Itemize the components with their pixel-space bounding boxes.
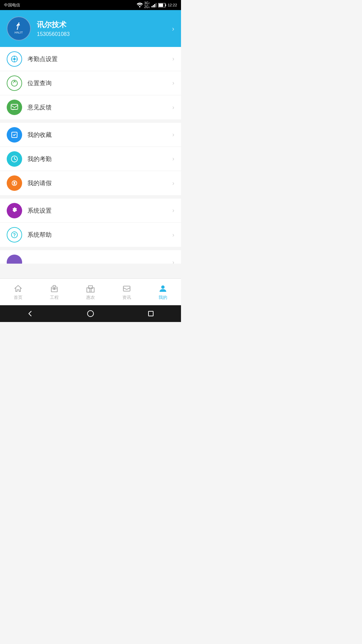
attendance-point-icon [7, 51, 22, 67]
svg-point-19 [14, 236, 15, 237]
menu-item-feedback[interactable]: 意见反馈 › [0, 95, 181, 119]
system-help-label: 系统帮助 [27, 231, 172, 239]
menu-item-my-leave[interactable]: 我的请假 › [0, 171, 181, 195]
my-favorites-arrow: › [172, 131, 174, 138]
partial-icon [7, 255, 22, 264]
signal-label: 3G↑2G↓ [144, 1, 150, 9]
huinong-tab-label: 惠农 [86, 294, 95, 301]
svg-rect-15 [11, 104, 18, 109]
menu-partial-section: › [0, 250, 181, 264]
menu-item-my-favorites[interactable]: 我的收藏 › [0, 123, 181, 147]
home-tab-label: 首页 [14, 294, 22, 301]
svg-point-29 [87, 311, 94, 317]
location-query-arrow: › [172, 79, 174, 87]
status-bar: 中国电信 3G↑2G↓ 12:22 [0, 0, 181, 10]
back-button[interactable] [24, 308, 36, 320]
feedback-icon [7, 100, 22, 115]
logo-sub: HNJT [15, 31, 23, 34]
svg-point-28 [161, 285, 165, 289]
tab-bar: 首页 工程 惠农 [0, 278, 181, 305]
menu-item-location-query[interactable]: 位置查询 › [0, 71, 181, 95]
mine-tab-icon [158, 284, 168, 293]
svg-point-18 [11, 232, 17, 238]
system-settings-icon [7, 203, 22, 218]
my-attendance-label: 我的考勤 [27, 155, 172, 163]
news-tab-icon [122, 284, 131, 293]
home-tab-icon [13, 284, 23, 293]
attendance-point-arrow: › [172, 55, 174, 62]
header-chevron-icon: › [172, 25, 174, 33]
project-tab-icon [50, 284, 59, 293]
logo-top: 忄 [15, 23, 22, 30]
avatar: 忄 HNJT [7, 16, 31, 41]
system-settings-label: 系统设置 [27, 207, 172, 215]
svg-rect-3 [154, 4, 155, 7]
svg-rect-30 [148, 311, 153, 316]
company-name: 讯尔技术 [37, 20, 172, 30]
tab-home[interactable]: 首页 [0, 279, 36, 305]
huinong-tab-icon [86, 284, 95, 293]
nav-bar [0, 305, 181, 322]
phone-number: 15305601083 [37, 31, 172, 37]
feedback-label: 意见反馈 [27, 103, 172, 111]
svg-point-13 [14, 58, 15, 60]
tab-huinong[interactable]: 惠农 [72, 279, 109, 305]
menu-group-1: 考勤点设置 › 位置查询 › 意见反馈 › [0, 47, 181, 119]
my-leave-icon [7, 175, 22, 191]
menu-item-attendance-point[interactable]: 考勤点设置 › [0, 47, 181, 71]
my-attendance-arrow: › [172, 155, 174, 162]
project-tab-label: 工程 [50, 294, 59, 301]
system-help-icon [7, 227, 22, 243]
svg-point-0 [139, 6, 140, 7]
news-tab-label: 资讯 [122, 294, 131, 301]
home-button[interactable] [84, 308, 97, 320]
menu-group-3: 系统设置 › 系统帮助 › [0, 199, 181, 247]
system-help-arrow: › [172, 231, 174, 238]
menu-item-system-settings[interactable]: 系统设置 › [0, 199, 181, 223]
feedback-arrow: › [172, 104, 174, 111]
signal-bars-icon [152, 3, 157, 7]
carrier-label: 中国电信 [4, 2, 20, 8]
location-query-icon [7, 75, 22, 91]
menu-group-2: 我的收藏 › 我的考勤 › 我的请假 › [0, 123, 181, 195]
svg-rect-7 [166, 4, 166, 6]
tab-mine[interactable]: 我的 [145, 279, 181, 305]
menu-item-my-attendance[interactable]: 我的考勤 › [0, 147, 181, 171]
partial-arrow: › [172, 259, 174, 264]
system-settings-arrow: › [172, 207, 174, 214]
attendance-point-label: 考勤点设置 [27, 55, 172, 63]
my-attendance-icon [7, 151, 22, 167]
mine-tab-label: 我的 [159, 294, 167, 301]
menu-item-partial[interactable]: › [0, 250, 181, 264]
location-query-label: 位置查询 [27, 79, 172, 87]
time-label: 12:22 [168, 3, 177, 7]
my-leave-label: 我的请假 [27, 179, 172, 187]
profile-info: 讯尔技术 15305601083 [37, 20, 172, 37]
my-favorites-icon [7, 127, 22, 143]
tab-project[interactable]: 工程 [36, 279, 72, 305]
tab-news[interactable]: 资讯 [109, 279, 145, 305]
wifi-icon [137, 3, 143, 7]
profile-header[interactable]: 忄 HNJT 讯尔技术 15305601083 › [0, 10, 181, 47]
menu-item-system-help[interactable]: 系统帮助 › [0, 223, 181, 247]
svg-rect-2 [153, 5, 154, 7]
my-favorites-label: 我的收藏 [27, 131, 172, 139]
svg-rect-6 [159, 3, 163, 7]
svg-rect-1 [152, 6, 153, 7]
svg-rect-4 [156, 3, 157, 7]
recent-button[interactable] [145, 308, 157, 320]
my-leave-arrow: › [172, 180, 174, 187]
battery-icon [158, 3, 166, 7]
status-icons: 3G↑2G↓ 12:22 [137, 1, 177, 9]
